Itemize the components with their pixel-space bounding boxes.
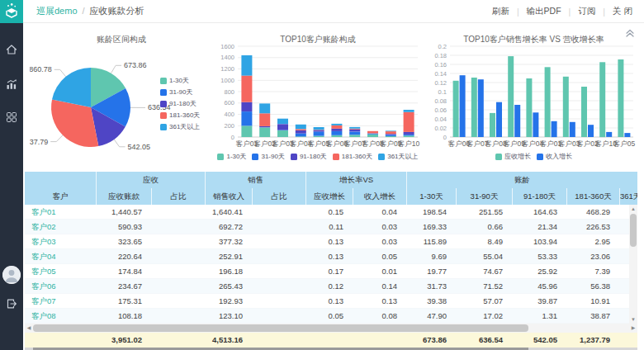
bar[interactable] bbox=[453, 81, 459, 137]
bar-segment[interactable] bbox=[259, 127, 270, 137]
vertical-scroll-thumb[interactable] bbox=[630, 214, 637, 247]
sidebar-item-home[interactable] bbox=[5, 43, 18, 56]
breadcrumb-root[interactable]: 巡展demo bbox=[36, 6, 78, 16]
bar-segment[interactable] bbox=[314, 136, 324, 137]
bar-segment[interactable] bbox=[404, 135, 414, 137]
bar-segment[interactable] bbox=[367, 134, 378, 135]
bar-segment[interactable] bbox=[349, 127, 360, 129]
bar-segment[interactable] bbox=[349, 129, 360, 130]
app-logo-icon[interactable] bbox=[0, 0, 23, 23]
scroll-right-arrow[interactable]: ▶ bbox=[629, 324, 637, 333]
bar[interactable] bbox=[471, 78, 477, 137]
legend-item[interactable]: 收入增长 bbox=[537, 152, 572, 161]
bar-segment[interactable] bbox=[241, 125, 252, 137]
bar-segment[interactable] bbox=[241, 55, 252, 76]
bar[interactable] bbox=[599, 62, 605, 137]
sidebar-item-apps[interactable] bbox=[5, 111, 18, 124]
bar-segment[interactable] bbox=[386, 130, 396, 131]
bar-segment[interactable] bbox=[386, 136, 396, 137]
bar-segment[interactable] bbox=[241, 102, 252, 111]
legend-item[interactable]: 91-180天 bbox=[291, 152, 327, 161]
bar-segment[interactable] bbox=[296, 130, 306, 134]
scroll-left-arrow[interactable]: ◀ bbox=[25, 324, 33, 333]
bar[interactable] bbox=[552, 121, 557, 137]
bar-segment[interactable] bbox=[367, 135, 378, 137]
vertical-scrollbar[interactable]: ▲ ▼ bbox=[629, 205, 637, 324]
legend-item[interactable]: 181-360天 bbox=[160, 111, 200, 120]
bar-segment[interactable] bbox=[349, 131, 360, 135]
legend-item[interactable]: 361天以上 bbox=[160, 122, 200, 131]
bar-segment[interactable] bbox=[404, 110, 414, 112]
collapse-charts-button[interactable] bbox=[624, 26, 636, 38]
bar[interactable] bbox=[588, 125, 594, 137]
customer-link[interactable]: 客户03 bbox=[25, 234, 96, 248]
customer-link[interactable]: 客户06 bbox=[25, 279, 96, 293]
legend-item[interactable]: 91-180天 bbox=[160, 99, 200, 108]
bar-segment[interactable] bbox=[296, 136, 306, 137]
bar-segment[interactable] bbox=[386, 134, 396, 135]
bar-segment[interactable] bbox=[331, 124, 342, 125]
bar-segment[interactable] bbox=[277, 124, 288, 130]
customer-link[interactable]: 客户01 bbox=[25, 205, 96, 219]
bar-segment[interactable] bbox=[331, 129, 342, 131]
bar-segment[interactable] bbox=[386, 131, 396, 134]
bar[interactable] bbox=[460, 75, 466, 137]
customer-link[interactable]: 客户02 bbox=[25, 220, 96, 234]
bar-segment[interactable] bbox=[331, 135, 342, 137]
close-button[interactable]: 关 闭 bbox=[613, 6, 632, 17]
export-pdf-button[interactable]: 输出PDF bbox=[527, 6, 561, 17]
scroll-up-arrow[interactable]: ▲ bbox=[629, 205, 637, 213]
bar[interactable] bbox=[526, 78, 532, 137]
bar-segment[interactable] bbox=[404, 132, 414, 135]
bar[interactable] bbox=[533, 112, 538, 137]
horizontal-scroll-thumb[interactable] bbox=[33, 324, 528, 332]
bar[interactable] bbox=[514, 105, 520, 137]
bar-segment[interactable] bbox=[296, 134, 306, 137]
bar-segment[interactable] bbox=[259, 126, 270, 128]
user-avatar[interactable] bbox=[2, 266, 21, 284]
bar-segment[interactable] bbox=[314, 132, 324, 136]
bar[interactable] bbox=[490, 113, 495, 137]
bar-segment[interactable] bbox=[349, 135, 360, 137]
bar[interactable] bbox=[581, 87, 587, 137]
refresh-button[interactable]: 刷新 bbox=[492, 6, 509, 17]
bar[interactable] bbox=[478, 79, 484, 137]
logout-button[interactable] bbox=[5, 297, 18, 310]
bar-segment[interactable] bbox=[314, 130, 324, 132]
bar[interactable] bbox=[624, 133, 630, 137]
bar-segment[interactable] bbox=[331, 125, 342, 129]
customer-link[interactable]: 客户05 bbox=[25, 264, 96, 278]
bar-segment[interactable] bbox=[241, 76, 252, 102]
bar[interactable] bbox=[563, 77, 569, 137]
scroll-down-arrow[interactable]: ▼ bbox=[629, 315, 637, 324]
bar-segment[interactable] bbox=[241, 111, 252, 125]
sidebar-item-analytics[interactable] bbox=[5, 78, 18, 91]
legend-item[interactable]: 31-90天 bbox=[160, 88, 200, 97]
bar-segment[interactable] bbox=[404, 112, 414, 132]
legend-item[interactable]: 31-90天 bbox=[252, 152, 284, 161]
horizontal-scrollbar[interactable]: ◀ ▶ bbox=[25, 324, 637, 333]
bar-segment[interactable] bbox=[349, 130, 360, 132]
bar-segment[interactable] bbox=[314, 130, 324, 130]
bar-segment[interactable] bbox=[259, 113, 270, 126]
customer-link[interactable]: 客户08 bbox=[25, 309, 96, 323]
bar-segment[interactable] bbox=[296, 129, 306, 130]
subscribe-button[interactable]: 订阅 bbox=[578, 6, 595, 17]
bar-segment[interactable] bbox=[314, 127, 324, 130]
legend-item[interactable]: 应收增长 bbox=[495, 152, 531, 161]
bar-segment[interactable] bbox=[331, 131, 342, 135]
bar[interactable] bbox=[508, 56, 514, 137]
legend-item[interactable]: 1-30天 bbox=[217, 152, 246, 161]
legend-item[interactable]: 1-30天 bbox=[160, 76, 200, 85]
bar[interactable] bbox=[618, 59, 623, 137]
bar-segment[interactable] bbox=[386, 135, 396, 136]
legend-item[interactable]: 361天以上 bbox=[378, 152, 418, 161]
bar-segment[interactable] bbox=[277, 119, 288, 124]
bar[interactable] bbox=[606, 132, 612, 137]
customer-link[interactable]: 客户07 bbox=[25, 294, 96, 308]
bar-segment[interactable] bbox=[277, 130, 288, 130]
bar-segment[interactable] bbox=[367, 131, 378, 134]
bar[interactable] bbox=[496, 102, 502, 137]
bar-segment[interactable] bbox=[296, 125, 306, 130]
customer-link[interactable]: 客户04 bbox=[25, 249, 96, 263]
